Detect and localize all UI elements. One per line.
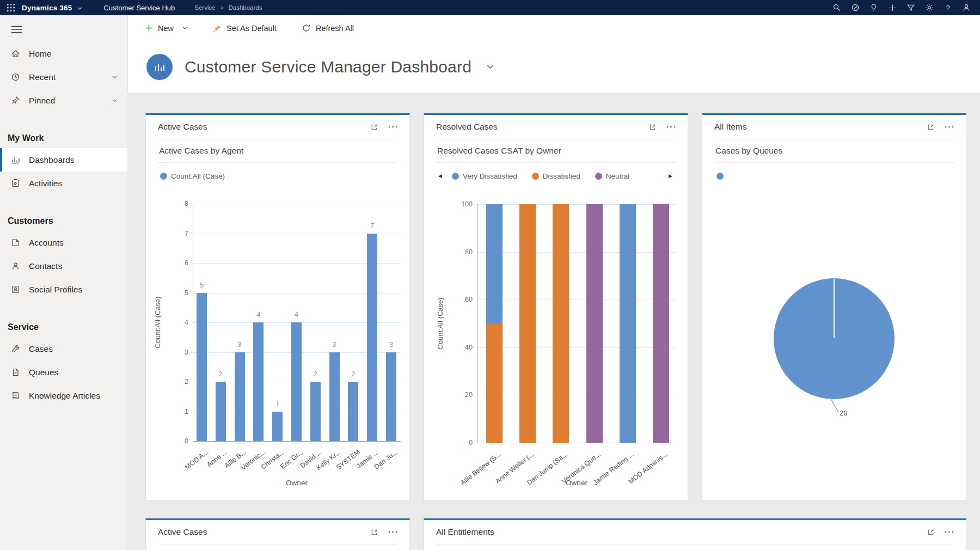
- set-as-default-button[interactable]: Set As Default: [213, 24, 277, 33]
- card-header-icons: [927, 123, 954, 131]
- bar-allie-b[interactable]: [235, 352, 245, 442]
- contacts-icon: [11, 261, 21, 271]
- bar-kelly-kr[interactable]: [329, 352, 340, 442]
- bar-value-label: 3: [333, 341, 336, 349]
- sidebar-item-pinned[interactable]: Pinned: [0, 89, 127, 112]
- more-commands-icon[interactable]: [945, 531, 954, 533]
- sidebar-section-customers: Customers: [0, 211, 127, 231]
- help-icon[interactable]: ?: [939, 3, 957, 12]
- legend-item-dissatisfied[interactable]: Dissatisfied: [532, 172, 580, 180]
- sidebar-item-activities[interactable]: Activities: [0, 172, 127, 195]
- bar-value-label: 2: [219, 370, 223, 378]
- more-commands-icon[interactable]: [945, 126, 954, 128]
- y-axis-tick: 4: [164, 319, 188, 326]
- pie-slice-label: 20: [840, 409, 847, 417]
- legend-item-very-dissatisfied[interactable]: Very Dissatisfied: [452, 172, 517, 180]
- refresh-icon: [302, 23, 311, 33]
- bar-segment-mod-adminis-neutral[interactable]: [653, 204, 669, 443]
- pin-icon: [213, 24, 222, 33]
- bar-segment-anne-weiler-dissatisfied[interactable]: [519, 204, 536, 443]
- enlarge-icon[interactable]: [370, 123, 378, 131]
- set-as-default-label: Set As Default: [226, 24, 277, 33]
- legend-item-count-all-case[interactable]: Count:All (Case): [160, 172, 225, 180]
- bar-eric-gr[interactable]: [291, 322, 302, 441]
- x-axis-label: Christa...: [259, 448, 285, 471]
- bar-system[interactable]: [348, 382, 358, 441]
- breadcrumb-page[interactable]: Dashboards: [228, 4, 262, 11]
- bar-segment-allie-bellew-s-very-dissatisfied[interactable]: [486, 204, 503, 323]
- more-commands-icon[interactable]: [388, 531, 397, 533]
- knowledge-articles-icon: [11, 391, 21, 400]
- enlarge-icon[interactable]: [927, 123, 935, 131]
- app-name[interactable]: Dynamics 365: [22, 4, 72, 12]
- new-split-chevron-icon[interactable]: [182, 25, 188, 31]
- legend-item-neutral[interactable]: Neutral: [595, 172, 630, 180]
- breadcrumb-section[interactable]: Service: [194, 4, 215, 11]
- quick-create-icon[interactable]: [883, 4, 902, 12]
- hub-name[interactable]: Customer Service Hub: [103, 4, 175, 12]
- bar-anne[interactable]: [216, 382, 226, 441]
- bar-dan-ju[interactable]: [386, 352, 396, 442]
- guidance-icon[interactable]: [846, 3, 865, 12]
- card-active-cases-stream: Active Cases: [145, 518, 410, 550]
- sidebar-item-home[interactable]: Home: [0, 42, 127, 65]
- bar-value-label: 7: [370, 222, 374, 230]
- pie-slice-20[interactable]: [774, 278, 895, 399]
- x-axis-label: Kelly Kr...: [315, 448, 342, 472]
- sidebar-item-recent[interactable]: Recent: [0, 65, 127, 89]
- legend-dot: [532, 173, 539, 180]
- sitemap-sidebar: HomeRecentPinnedMy WorkDashboardsActivit…: [0, 15, 127, 550]
- bar-christa[interactable]: [272, 412, 283, 442]
- legend-dot: [160, 173, 167, 180]
- bar-segment-dan-jump-sa-dissatisfied[interactable]: [553, 204, 569, 443]
- sidebar-item-social-profiles[interactable]: Social Profiles: [0, 278, 127, 301]
- bar-segment-veronica-que-neutral[interactable]: [586, 204, 603, 443]
- hamburger-menu-icon[interactable]: [0, 15, 127, 39]
- card-resolved-cases: Resolved Cases Resolved Cases CSAT by Ow…: [424, 113, 688, 501]
- chevron-down-icon[interactable]: [112, 74, 118, 80]
- legend-label: Count:All (Case): [171, 172, 225, 180]
- sidebar-item-cases[interactable]: Cases: [0, 337, 127, 360]
- dashboard-selector-chevron-icon[interactable]: [486, 62, 495, 71]
- sidebar-item-accounts[interactable]: Accounts: [0, 231, 127, 254]
- card-title: All Items: [714, 122, 746, 132]
- search-icon[interactable]: [828, 3, 846, 12]
- activities-icon: [11, 179, 21, 188]
- legend-item-series[interactable]: [716, 173, 724, 180]
- enlarge-icon[interactable]: [370, 528, 378, 536]
- waffle-icon[interactable]: [0, 4, 22, 11]
- x-axis-line: [193, 441, 401, 442]
- y-axis-tick: 1: [164, 408, 188, 415]
- sidebar-item-label: Accounts: [29, 238, 64, 248]
- chart-legend: Count:All (Case): [146, 163, 409, 189]
- settings-icon[interactable]: [920, 3, 939, 12]
- refresh-all-button[interactable]: Refresh All: [302, 23, 354, 33]
- bar-segment-jamie-reding-very-dissatisfied[interactable]: [620, 204, 636, 443]
- x-axis-label: Allie B...: [223, 448, 248, 469]
- sidebar-item-knowledge-articles[interactable]: Knowledge Articles: [0, 384, 127, 407]
- filter-icon[interactable]: [902, 3, 920, 12]
- account-icon[interactable]: [957, 3, 976, 12]
- enlarge-icon[interactable]: [927, 528, 935, 536]
- more-commands-icon[interactable]: [666, 126, 676, 128]
- chevron-down-icon[interactable]: [112, 97, 118, 103]
- x-axis-label: Eric Gr...: [279, 448, 304, 470]
- more-commands-icon[interactable]: [388, 126, 397, 128]
- bar-veronic[interactable]: [253, 322, 264, 441]
- bar-jamie[interactable]: [367, 234, 377, 442]
- sidebar-item-contacts[interactable]: Contacts: [0, 254, 127, 278]
- bar-david[interactable]: [310, 382, 321, 441]
- lightbulb-icon[interactable]: [865, 3, 883, 12]
- bar-segment-allie-bellew-s-dissatisfied[interactable]: [486, 323, 503, 443]
- plus-icon: [145, 24, 153, 32]
- new-button[interactable]: New: [145, 24, 188, 33]
- bar-mod-a[interactable]: [197, 293, 207, 442]
- app-chevron-down-icon[interactable]: [77, 5, 83, 11]
- sidebar-item-queues[interactable]: Queues: [0, 360, 127, 384]
- y-axis-tick: 3: [164, 349, 188, 356]
- x-axis-title: Owner: [566, 479, 587, 487]
- legend-next-icon[interactable]: ▶: [669, 173, 672, 179]
- enlarge-icon[interactable]: [648, 123, 657, 131]
- sidebar-item-dashboards[interactable]: Dashboards: [0, 148, 127, 172]
- legend-prev-icon[interactable]: ◀: [438, 173, 442, 179]
